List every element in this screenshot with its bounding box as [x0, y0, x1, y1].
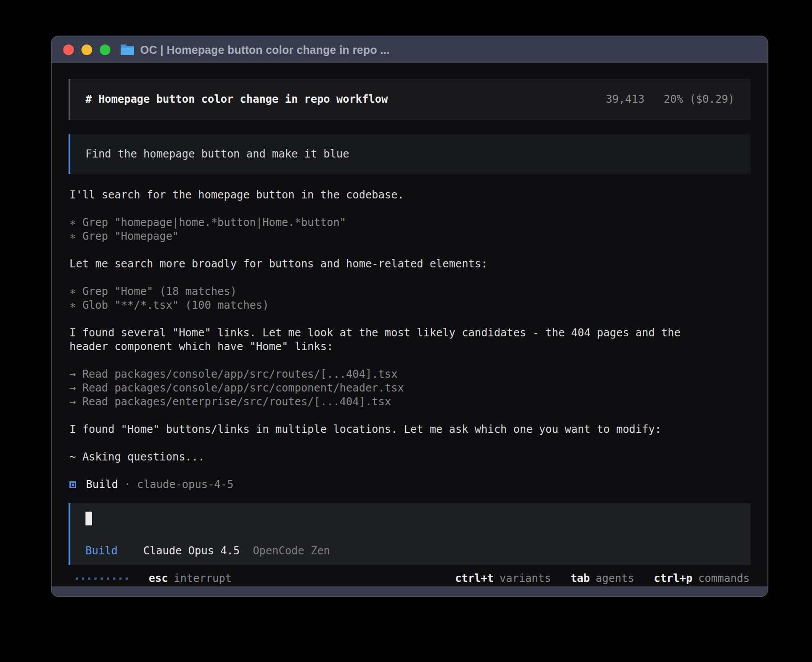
spinner-dot [94, 577, 97, 580]
user-message-text: Find the homepage button and make it blu… [85, 148, 349, 160]
agent-name: Build [86, 478, 118, 492]
model-name: Claude Opus 4.5 [143, 545, 240, 557]
session-header: # Homepage button color change in repo w… [69, 79, 751, 120]
spinner-dot [76, 577, 78, 580]
tool-call-read: → Read packages/enterprise/src/routes/[.… [69, 395, 715, 409]
spinner-dot [82, 577, 84, 580]
spinner-dot [126, 577, 128, 580]
shortcut-key-esc: esc [149, 572, 168, 585]
text-cursor [85, 512, 92, 525]
status-bar-left: esc interrupt [69, 572, 231, 585]
input-meta: Build Claude Opus 4.5 OpenCode Zen [85, 544, 735, 558]
spinner-dot [113, 577, 115, 580]
traffic-lights [63, 44, 110, 55]
tool-call-grep: ∗ Grep "homepage|home.*button|Home.*butt… [69, 216, 715, 230]
spinner-dot [119, 577, 122, 580]
assistant-text: Let me search more broadly for buttons a… [69, 257, 715, 271]
assistant-text: I found several "Home" links. Let me loo… [69, 326, 715, 354]
shortcut-key: ctrl+t [455, 572, 494, 585]
context-cost: 20% ($0.29) [664, 93, 735, 105]
mode-indicator: Build [85, 545, 118, 557]
user-message: Find the homepage button and make it blu… [69, 134, 751, 174]
window-title: OC | Homepage button color change in rep… [140, 44, 390, 57]
session-title: # Homepage button color change in repo w… [85, 93, 388, 106]
agent-separator: · [124, 478, 130, 492]
tool-call-grep: ∗ Grep "Home" (18 matches) [69, 285, 715, 299]
session-stats: 39,413 20% ($0.29) [606, 93, 735, 106]
assistant-text: I'll search for the homepage button in t… [69, 188, 715, 202]
shortcut-key: ctrl+p [654, 572, 693, 585]
agent-build-icon [69, 481, 76, 488]
assistant-text: I found "Home" buttons/links in multiple… [69, 423, 715, 436]
window-bottom-frame [52, 586, 767, 596]
spinner-dot [101, 577, 103, 580]
agent-model: claude-opus-4-5 [137, 478, 234, 492]
status-bar: esc interrupt ctrl+t variants tab agents… [69, 572, 751, 585]
window-titlebar[interactable]: OC | Homepage button color change in rep… [52, 36, 767, 63]
folder-icon [120, 44, 134, 56]
spinner-dot [88, 577, 90, 580]
minimize-button[interactable] [81, 44, 92, 55]
terminal-window: OC | Homepage button color change in rep… [51, 36, 768, 597]
shortcut-commands: ctrl+p commands [654, 572, 750, 585]
token-count: 39,413 [606, 93, 645, 105]
shortcut-key: tab [571, 572, 590, 585]
status-bar-right: ctrl+t variants tab agents ctrl+p comman… [435, 572, 750, 585]
conversation: I'll search for the homepage button in t… [69, 188, 715, 492]
tool-call-grep: ∗ Grep "Homepage" [69, 230, 715, 243]
tool-call-glob: ∗ Glob "**/*.tsx" (100 matches) [69, 299, 715, 312]
terminal-content: # Homepage button color change in repo w… [52, 63, 767, 586]
close-button[interactable] [63, 44, 74, 55]
prompt-input[interactable]: Build Claude Opus 4.5 OpenCode Zen [69, 503, 751, 565]
shortcut-label: variants [499, 572, 551, 585]
tool-call-group: ∗ Grep "homepage|home.*button|Home.*butt… [69, 216, 715, 243]
agent-status-line: Build · claude-opus-4-5 [69, 478, 715, 492]
shortcut-label: agents [596, 572, 634, 585]
spinner-dot [107, 577, 109, 580]
tool-call-read: → Read packages/console/app/src/componen… [69, 381, 715, 395]
tool-call-read: → Read packages/console/app/src/routes/[… [69, 367, 715, 381]
shortcut-label: commands [698, 572, 750, 585]
tool-call-group: → Read packages/console/app/src/routes/[… [69, 367, 715, 409]
shortcut-label-interrupt: interrupt [174, 572, 231, 585]
spinner-dots [76, 577, 128, 580]
shortcut-variants: ctrl+t variants [455, 572, 551, 585]
zoom-button[interactable] [100, 44, 110, 55]
shortcut-agents: tab agents [571, 572, 634, 585]
provider-name: OpenCode Zen [253, 545, 330, 557]
tool-call-group: ∗ Grep "Home" (18 matches) ∗ Glob "**/*.… [69, 285, 715, 312]
assistant-status-text: ~ Asking questions... [69, 450, 715, 464]
